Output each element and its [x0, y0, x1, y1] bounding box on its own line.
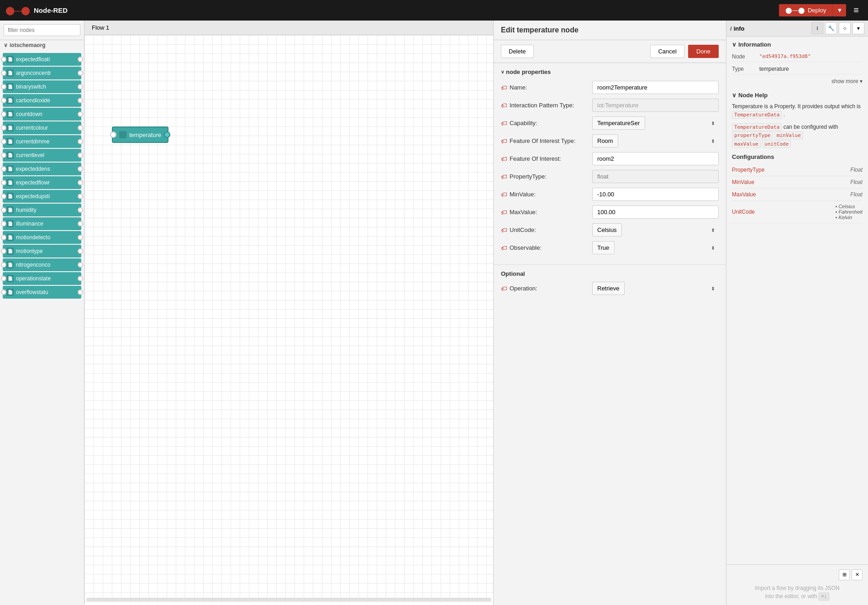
- sidebar: ∨ iotschemaorg 📄expectedfloati📄argonconc…: [0, 21, 84, 605]
- sidebar-node-nitrogenconco[interactable]: 📄nitrogenconco: [3, 258, 81, 271]
- deploy-dropdown-button[interactable]: ▼: [832, 4, 846, 16]
- observable-select-wrapper: True: [592, 241, 719, 254]
- tag-icon-8: 🏷: [501, 209, 507, 216]
- node-id-label: Node: [732, 53, 759, 60]
- sidebar-node-countdown[interactable]: 📄countdown: [3, 108, 81, 121]
- info-tab-button[interactable]: i: [811, 22, 823, 34]
- temperature-data-tag-2: TemperatureData: [732, 123, 782, 131]
- sidebar-search-container: [0, 21, 84, 40]
- min-value-input[interactable]: [592, 188, 719, 201]
- canvas-node-label: temperature: [129, 132, 161, 138]
- config-row-unitcode: UnitCode CelsiusFahrenheitKelvin: [732, 201, 863, 223]
- foi-row: 🏷 Feature Of Interest:: [501, 152, 719, 165]
- deploy-group: ⬤—⬤ Deploy ▼: [779, 4, 846, 16]
- operation-select[interactable]: Retrieve: [592, 282, 625, 295]
- chevron-down-icon: ∨: [4, 42, 8, 48]
- capability-select-wrapper: TemperatureSer: [592, 116, 719, 130]
- node-help-text-2: TemperatureData can be configured with p…: [732, 123, 863, 148]
- unit-code-select[interactable]: Celsius: [592, 223, 622, 237]
- temperature-node[interactable]: temperature: [112, 126, 168, 143]
- deploy-label: Deploy: [808, 7, 826, 14]
- search-input[interactable]: [4, 24, 80, 36]
- node-help-section: ∨ Node Help Temperature is a Property. I…: [732, 92, 863, 148]
- config-row-propertytype: PropertyType Float: [732, 164, 863, 176]
- observable-row: 🏷 Observable: True: [501, 241, 719, 254]
- node-help-chevron: ∨: [732, 92, 736, 99]
- capability-select[interactable]: TemperatureSer: [592, 116, 645, 130]
- node-icon-humidity: 📄: [6, 206, 14, 214]
- node-icon-expectedfloati: 📄: [6, 56, 14, 63]
- edit-panel: Edit temperature node Delete Cancel Done…: [494, 21, 726, 605]
- hamburger-menu-button[interactable]: ≡: [850, 3, 863, 17]
- config-options-unitcode: CelsiusFahrenheitKelvin: [835, 204, 863, 220]
- foi-type-select[interactable]: Room: [592, 134, 618, 147]
- operation-row: 🏷 Operation: Retrieve: [501, 282, 719, 295]
- name-row: 🏷 Name:: [501, 81, 719, 94]
- sidebar-node-overflowstatu[interactable]: 📄overflowstatu: [3, 286, 81, 299]
- delete-button[interactable]: Delete: [501, 45, 534, 58]
- done-button[interactable]: Done: [688, 45, 719, 58]
- circle-tab-button[interactable]: ○: [839, 22, 851, 34]
- node-icon-expecteddens: 📄: [6, 165, 14, 173]
- node-icon-expectedflowr: 📄: [6, 179, 14, 186]
- unit-code-label: 🏷 UnitCode:: [501, 226, 592, 234]
- flow-tab[interactable]: Flow 1: [84, 21, 493, 35]
- section-title: ∨ node properties: [501, 68, 719, 75]
- topbar-right: ⬤—⬤ Deploy ▼ ≡: [779, 3, 863, 17]
- sidebar-node-currentcolour[interactable]: 📄currentcolour: [3, 121, 81, 134]
- sidebar-node-expectedupsti[interactable]: 📄expectedupsti: [3, 190, 81, 203]
- footer-expand-button[interactable]: ⊞: [839, 569, 850, 580]
- max-value-row: 🏷 MaxValue:: [501, 205, 719, 219]
- sidebar-node-currentdimme[interactable]: 📄currentdimme: [3, 135, 81, 148]
- node-type-value: temperature: [759, 66, 789, 72]
- node-type-label: Type: [732, 66, 759, 72]
- info-panel: i info i 🔧 ○ ▾ ∨ Information Node "ed549…: [726, 21, 868, 605]
- node-icon-overflowstatu: 📄: [6, 289, 14, 296]
- show-more-link[interactable]: show more ▾: [732, 76, 863, 88]
- info-tab-label: i info: [730, 25, 810, 32]
- sidebar-node-motiondetecto[interactable]: 📄motiondetecto: [3, 231, 81, 244]
- cancel-button[interactable]: Cancel: [650, 45, 684, 58]
- sidebar-node-humidity[interactable]: 📄humidity: [3, 204, 81, 216]
- max-value-label: 🏷 MaxValue:: [501, 209, 592, 216]
- foi-type-row: 🏷 Feature Of Interest Type: Room: [501, 134, 719, 147]
- sidebar-node-illuminance[interactable]: 📄illuminance: [3, 217, 81, 230]
- info-section-title: ∨ Information: [732, 41, 863, 48]
- capability-label: 🏷 Capability:: [501, 120, 592, 127]
- name-input[interactable]: [592, 81, 719, 94]
- flow-canvas: Flow 1 temperature: [84, 21, 494, 605]
- sidebar-node-argonconcentr[interactable]: 📄argonconcentr: [3, 67, 81, 79]
- sidebar-node-expectedfloati[interactable]: 📄expectedfloati: [3, 53, 81, 66]
- sidebar-node-currentlevel[interactable]: 📄currentlevel: [3, 149, 81, 162]
- config-type-maxvalue: Float: [850, 191, 863, 198]
- node-icon-countdown: 📄: [6, 110, 14, 118]
- canvas-area[interactable]: temperature: [84, 35, 493, 603]
- tag-icon-6: 🏷: [501, 173, 507, 180]
- unit-code-tag: unitCode: [762, 140, 791, 148]
- panel-dropdown-button[interactable]: ▾: [852, 22, 864, 34]
- sidebar-category-iotschemaorg[interactable]: ∨ iotschemaorg: [0, 40, 84, 50]
- footer-close-button[interactable]: ✕: [852, 569, 863, 580]
- tag-icon-5: 🏷: [501, 155, 507, 163]
- sidebar-node-expecteddens[interactable]: 📄expecteddens: [3, 163, 81, 175]
- observable-label: 🏷 Observable:: [501, 244, 592, 252]
- debug-tab-button[interactable]: 🔧: [825, 22, 837, 34]
- max-value-input[interactable]: [592, 205, 719, 219]
- foi-label: 🏷 Feature Of Interest:: [501, 155, 592, 163]
- sidebar-node-carbondioxide[interactable]: 📄carbondioxide: [3, 94, 81, 107]
- deploy-icon: ⬤—⬤: [785, 7, 805, 14]
- node-icon-nitrogenconco: 📄: [6, 261, 14, 268]
- sidebar-node-motiontype[interactable]: 📄motiontype: [3, 245, 81, 258]
- deploy-button[interactable]: ⬤—⬤ Deploy: [779, 4, 832, 16]
- min-value-tag: minValue: [774, 132, 803, 139]
- interaction-label: 🏷 Interaction Pattern Type:: [501, 102, 592, 109]
- sidebar-node-operationstate[interactable]: 📄operationstate: [3, 272, 81, 285]
- flow-tab-label: Flow 1: [92, 24, 109, 31]
- sidebar-node-binaryswitch[interactable]: 📄binaryswitch: [3, 80, 81, 93]
- observable-select[interactable]: True: [592, 241, 615, 254]
- sidebar-nodes-list: 📄expectedfloati📄argonconcentr📄binaryswit…: [0, 50, 84, 605]
- config-type-propertytype: Float: [850, 167, 863, 173]
- canvas-scrollbar[interactable]: [86, 598, 491, 601]
- sidebar-node-expectedflowr[interactable]: 📄expectedflowr: [3, 176, 81, 189]
- foi-input[interactable]: [592, 152, 719, 165]
